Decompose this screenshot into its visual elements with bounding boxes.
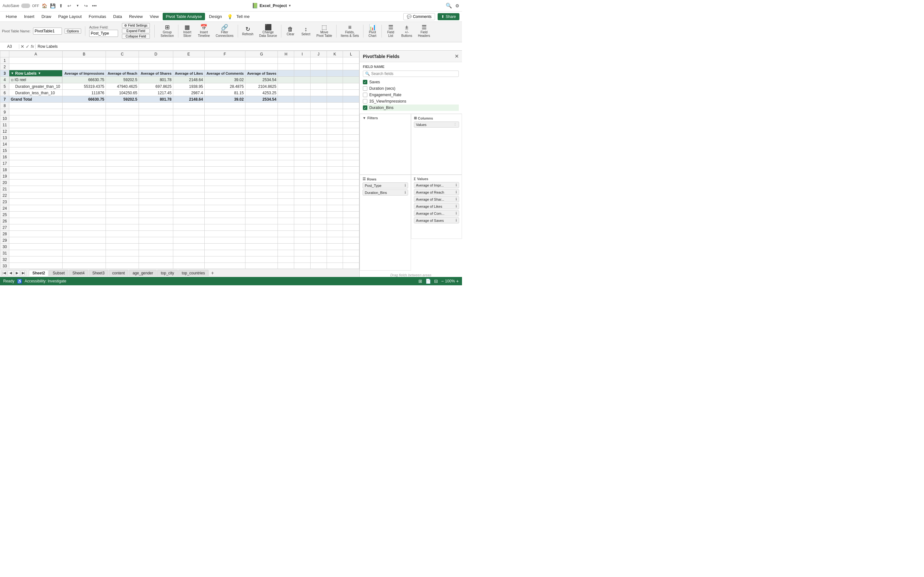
duration-bins-checkbox[interactable]: ✓ — [363, 105, 367, 110]
val-avg-shares[interactable]: Average of Shar... ℹ — [414, 196, 459, 202]
change-data-source-btn[interactable]: ⬛ ChangeData Source — [258, 23, 279, 39]
col-header-a[interactable]: A — [9, 51, 62, 57]
row-duration-bins-info[interactable]: ℹ — [405, 190, 406, 195]
ribbon-group-selection[interactable]: ⊞ GroupSelection — [159, 23, 176, 39]
more-icon[interactable]: ••• — [91, 3, 97, 9]
tab-content[interactable]: content — [109, 270, 128, 276]
move-pivot-table-btn[interactable]: ⬚ MovePivot Table — [315, 23, 334, 39]
dur-lt10-label[interactable]: Duration_less_than_10 — [9, 90, 62, 96]
formula-cancel-icon[interactable]: ✕ — [21, 44, 24, 49]
val-avg-shares-info[interactable]: ℹ — [456, 197, 457, 201]
menu-tell-me[interactable]: Tell me — [233, 13, 253, 20]
val-avg-likes-info[interactable]: ℹ — [456, 204, 457, 208]
menu-view[interactable]: View — [147, 13, 162, 20]
saves-checkbox[interactable]: ✓ — [363, 80, 367, 84]
collapse-field-button[interactable]: Collapse Field — [122, 34, 150, 39]
insert-timeline-btn[interactable]: 📅 InsertTimeline — [196, 23, 212, 39]
undo-icon[interactable]: ↩ — [66, 3, 73, 9]
sheet-table-wrapper[interactable]: A B C D E F G H I J K L — [0, 51, 359, 269]
sheet-nav-prev[interactable]: ◀ — [8, 270, 13, 276]
pivot-chart-btn[interactable]: 📊 PivotChart — [366, 23, 379, 39]
field-settings-button[interactable]: ⚙ Field Settings — [122, 23, 150, 28]
row-duration-bins-item[interactable]: Duration_Bins ℹ — [363, 189, 408, 195]
sheet-nav-last[interactable]: ▶| — [21, 270, 26, 276]
cell-reference[interactable]: A3 — [0, 44, 19, 49]
menu-insert[interactable]: Insert — [21, 13, 38, 20]
val-avg-likes[interactable]: Average of Likes ℹ — [414, 203, 459, 210]
column-values-item[interactable]: Values ⋮ — [414, 121, 459, 127]
filter-connections-btn[interactable]: 🔗 FilterConnections — [214, 23, 235, 39]
field-engagement-rate[interactable]: Engagement_Rate — [363, 92, 459, 98]
sheet-nav-first[interactable]: |◀ — [1, 270, 7, 276]
formula-content[interactable]: Row Labels — [36, 44, 462, 49]
val-avg-comments[interactable]: Average of Com... ℹ — [414, 210, 459, 216]
collapse-icon[interactable]: ⊟ — [11, 78, 13, 82]
undo-arrow-icon[interactable]: ▼ — [74, 3, 81, 9]
val-avg-comments-info[interactable]: ℹ — [456, 211, 457, 215]
col-header-d[interactable]: D — [139, 51, 173, 57]
field-headers-btn[interactable]: ☰ FieldHeaders — [417, 23, 432, 39]
val-avg-saves-info[interactable]: ℹ — [456, 218, 457, 222]
active-field-input[interactable] — [89, 30, 118, 37]
formula-fx-icon[interactable]: fx — [31, 44, 34, 49]
save-icon[interactable]: 💾 — [49, 3, 56, 9]
sheet-nav-next[interactable]: ▶ — [14, 270, 20, 276]
menu-review[interactable]: Review — [126, 13, 146, 20]
tab-sheet2[interactable]: Sheet2 — [29, 270, 48, 276]
menu-design[interactable]: Design — [206, 13, 225, 20]
3s-view-checkbox[interactable] — [363, 99, 367, 103]
col-header-g[interactable]: G — [245, 51, 278, 57]
menu-draw[interactable]: Draw — [38, 13, 54, 20]
pivot-name-input[interactable] — [33, 27, 62, 35]
col-header-b[interactable]: B — [62, 51, 105, 57]
tab-top-city[interactable]: top_city — [157, 270, 178, 276]
dur-gt10-label[interactable]: Duration_greater_than_10 — [9, 83, 62, 90]
refresh-btn[interactable]: ↻ Refresh — [241, 25, 255, 37]
pivot-search-box[interactable]: 🔍 — [363, 71, 459, 77]
field-list-btn[interactable]: ☰ FieldList — [384, 23, 397, 39]
search-fields-input[interactable] — [371, 71, 457, 76]
page-layout-view-icon[interactable]: 📄 — [425, 279, 431, 284]
options-button[interactable]: Options — [65, 29, 81, 34]
col-header-e[interactable]: E — [173, 51, 204, 57]
tab-sheet4[interactable]: Sheet4 — [69, 270, 88, 276]
home-icon[interactable]: 🏠 — [41, 3, 47, 9]
formula-confirm-icon[interactable]: ✓ — [26, 44, 29, 49]
add-sheet-btn[interactable]: + — [209, 270, 216, 276]
col-header-h[interactable]: H — [278, 51, 294, 57]
menu-formulas[interactable]: Formulas — [86, 13, 110, 20]
val-avg-impressions[interactable]: Average of Impr... ℹ — [414, 182, 459, 188]
menu-page-layout[interactable]: Page Layout — [55, 13, 85, 20]
normal-view-icon[interactable]: ⊞ — [418, 279, 422, 284]
field-duration-secs[interactable]: Duration (secs) — [363, 85, 459, 92]
val-avg-impressions-info[interactable]: ℹ — [456, 183, 457, 187]
col-header-c[interactable]: C — [105, 51, 139, 57]
clear-btn[interactable]: 🗑 Clear — [284, 25, 297, 37]
field-3s-view-impressions[interactable]: 3S_View/Impressions — [363, 98, 459, 105]
field-duration-bins[interactable]: ✓ Duration_Bins — [363, 105, 459, 111]
select-btn[interactable]: ↕ Select — [299, 25, 312, 37]
ig-reel-label[interactable]: ⊟ IG reel — [9, 77, 62, 83]
col-header-i[interactable]: I — [294, 51, 310, 57]
fields-items-sets-btn[interactable]: ≡ Fields,Items & Sets — [339, 23, 360, 39]
insert-slicer-btn[interactable]: ▦ InsertSlicer — [181, 23, 194, 39]
col-header-k[interactable]: K — [326, 51, 343, 57]
val-avg-saves[interactable]: Average of Saves ℹ — [414, 218, 459, 223]
col-header-f[interactable]: F — [204, 51, 245, 57]
cell-a1[interactable] — [9, 57, 62, 64]
field-saves[interactable]: ✓ Saves — [363, 79, 459, 85]
menu-home[interactable]: Home — [3, 13, 20, 20]
zoom-in-btn[interactable]: + — [456, 279, 459, 284]
engagement-rate-checkbox[interactable] — [363, 93, 367, 97]
row-post-type-item[interactable]: Post_Type ℹ — [363, 182, 408, 189]
tab-age-gender[interactable]: age_gender — [129, 270, 157, 276]
comments-button[interactable]: 💬 Comments — [403, 13, 435, 20]
tab-sheet3[interactable]: Sheet3 — [89, 270, 108, 276]
val-avg-reach[interactable]: Average of Reach ℹ — [414, 189, 459, 195]
file-dropdown-icon[interactable]: ▼ — [288, 4, 291, 7]
autosave-toggle[interactable] — [21, 3, 30, 8]
col-header-j[interactable]: J — [310, 51, 326, 57]
settings-icon[interactable]: ⚙ — [455, 3, 459, 8]
grand-total-label[interactable]: Grand Total — [9, 96, 62, 103]
zoom-out-btn[interactable]: − — [441, 279, 444, 284]
